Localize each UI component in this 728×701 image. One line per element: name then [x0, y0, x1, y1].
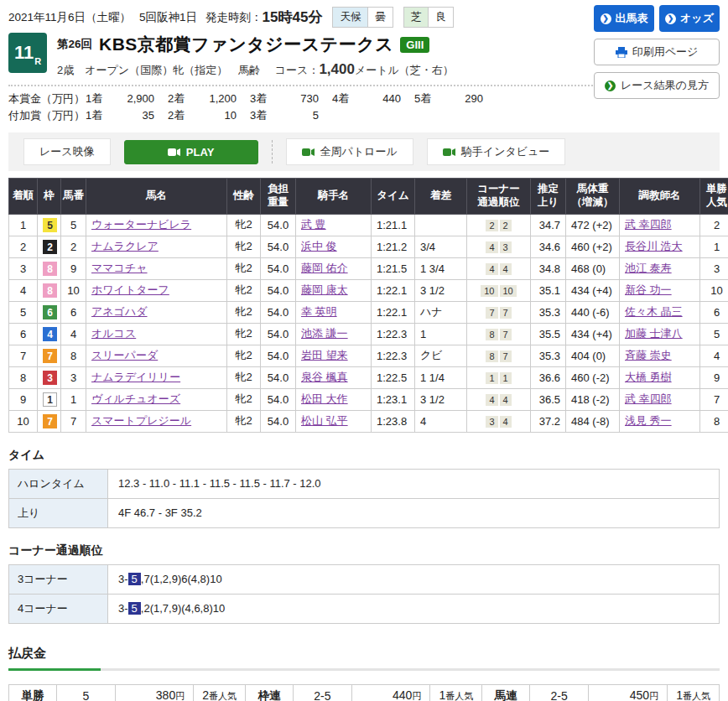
results-guide-button[interactable]: ❯ レース結果の見方: [594, 72, 720, 99]
jockey-name-link[interactable]: 松田 大作: [301, 392, 348, 405]
last-3f: 34.8: [531, 257, 566, 279]
horse-name-link[interactable]: スマートプレジール: [91, 414, 191, 427]
trainer-name-link[interactable]: 浅見 秀一: [625, 414, 672, 427]
horse-name-link[interactable]: ホワイトターフ: [91, 283, 169, 296]
entries-button[interactable]: ❯ 出馬表: [594, 5, 654, 32]
race-video-tab[interactable]: レース映像: [23, 138, 111, 165]
trainer-name-link[interactable]: 大橋 勇樹: [625, 371, 672, 383]
results-column-header: 単勝 人気: [700, 179, 728, 214]
payout-row: 単勝5380円2番人気枠連2-5440円1番人気馬連2-5450円1番人気: [9, 684, 720, 701]
prize-amount: 730: [275, 91, 319, 107]
corner-positions-cell: 43: [467, 236, 531, 257]
jockey-name-link[interactable]: 岩田 望来: [301, 349, 348, 361]
jockey-name-link[interactable]: 松山 弘平: [301, 414, 348, 427]
results-column-header: コーナー 通過順位: [467, 179, 531, 214]
corner-row: 4コーナー3-5,2(1,7,9)(4,6,8)10: [9, 594, 720, 623]
win-favorite-rank: 2: [700, 214, 728, 236]
patrol-video-label: 全周パトロール: [320, 144, 398, 159]
trainer-name-link[interactable]: 新谷 功一: [625, 283, 672, 296]
horse-name-link[interactable]: ウォーターナビレラ: [91, 218, 191, 231]
corner-position: 4: [486, 263, 497, 275]
finish-position: 2: [9, 236, 38, 257]
prize-row-label: 付加賞（万円）: [8, 107, 86, 124]
win-favorite-rank: 3: [700, 257, 728, 279]
last-3f: 34.7: [531, 214, 566, 236]
table-row: 389ママコチャ牝254.0藤岡 佑介1:21.51 3/44434.8468 …: [9, 257, 728, 279]
trainer-name-link[interactable]: 池江 泰寿: [625, 262, 672, 274]
results-column-header: 馬番: [61, 179, 86, 214]
margin: 3 1/2: [415, 388, 467, 410]
table-row: 155ウォーターナビレラ牝254.0武 豊1:21.12234.7472 (+2…: [9, 214, 728, 236]
jockey-name-link[interactable]: 幸 英明: [301, 305, 337, 318]
entries-button-label: 出馬表: [616, 11, 648, 26]
body-weight: 418 (-2): [566, 388, 620, 410]
horse-name-link[interactable]: ママコチャ: [91, 262, 148, 274]
jockey-cell: 松山 弘平: [296, 410, 372, 432]
horse-number: 9: [61, 257, 86, 279]
margin: 1: [415, 323, 467, 345]
print-page-button[interactable]: 印刷用ページ: [594, 39, 720, 65]
waku-cell: 7: [38, 410, 61, 432]
finish-time: 1:21.1: [372, 214, 415, 236]
jockey-name-link[interactable]: 藤岡 康太: [301, 283, 348, 296]
patrol-video-button[interactable]: 全周パトロール: [286, 138, 413, 165]
jockey-name-link[interactable]: 泉谷 楓真: [301, 371, 348, 383]
horse-name-link[interactable]: ナムラクレア: [91, 240, 159, 252]
time-row: ハロンタイム12.3 - 11.0 - 11.1 - 11.5 - 11.5 -…: [9, 469, 720, 498]
trainer-name-link[interactable]: 加藤 士津八: [625, 327, 683, 340]
time-table: ハロンタイム12.3 - 11.0 - 11.1 - 11.5 - 11.5 -…: [8, 469, 720, 528]
trainer-name-link[interactable]: 武 幸四郎: [625, 392, 672, 405]
results-column-header: 馬名: [86, 179, 227, 214]
finish-position: 3: [9, 257, 38, 279]
horse-number: 10: [61, 279, 86, 301]
printer-icon: [616, 47, 627, 58]
payout-amount: 380円: [115, 684, 193, 701]
horse-number: 4: [61, 323, 86, 345]
carried-weight: 54.0: [261, 323, 296, 345]
horse-name-link[interactable]: スリーパーダ: [91, 349, 158, 361]
jockey-interview-button[interactable]: 騎手インタビュー: [427, 138, 566, 165]
trainer-name-link[interactable]: 長谷川 浩大: [625, 240, 683, 252]
play-button-label: PLAY: [186, 146, 214, 158]
corner-positions-cell: 22: [467, 214, 531, 236]
finish-time: 1:21.5: [372, 257, 415, 279]
jockey-name-link[interactable]: 池添 謙一: [301, 327, 348, 340]
corner-position: 4: [486, 394, 497, 406]
results-column-header: 馬体重 （増減）: [566, 179, 620, 214]
jockey-interview-label: 騎手インタビュー: [461, 144, 550, 159]
last-3f: 36.6: [531, 366, 566, 388]
trainer-name-link[interactable]: 武 幸四郎: [625, 218, 672, 231]
jockey-name-link[interactable]: 藤岡 佑介: [301, 262, 348, 274]
corner-position: 3: [500, 241, 512, 253]
results-column-header: タイム: [372, 179, 415, 214]
payout-amount-value: 380: [156, 688, 175, 701]
jockey-name-link[interactable]: 武 豊: [301, 218, 326, 231]
finish-position: 10: [9, 410, 38, 432]
horse-number: 3: [61, 366, 86, 388]
trainer-name-link[interactable]: 佐々木 晶三: [625, 305, 683, 318]
bet-type-label: 枠連: [245, 684, 293, 701]
horse-name-link[interactable]: ナムラデイリリー: [91, 371, 180, 383]
horse-name-cell: アネゴハダ: [86, 301, 227, 323]
popularity-value: 1: [439, 688, 445, 701]
margin: ハナ: [415, 301, 467, 323]
horse-name-link[interactable]: オルコス: [91, 327, 136, 340]
play-button[interactable]: PLAY: [124, 140, 258, 164]
waku-badge: 7: [43, 414, 57, 428]
horse-name-link[interactable]: ヴィルチュオーズ: [91, 392, 180, 405]
weather-value: 曇: [367, 8, 393, 27]
horse-name-link[interactable]: アネゴハダ: [91, 305, 148, 318]
trainer-cell: 大橋 勇樹: [620, 366, 700, 388]
video-strip: レース映像 PLAY 全周パトロール 騎手インタビュー: [8, 132, 720, 171]
payout-popularity: 1番人気: [430, 684, 482, 701]
odds-button[interactable]: ❯ オッズ: [659, 5, 720, 32]
finish-position: 7: [9, 345, 38, 366]
jockey-name-link[interactable]: 浜中 俊: [301, 240, 337, 252]
jockey-cell: 藤岡 佑介: [296, 257, 372, 279]
meeting-info: 5回阪神1日: [139, 10, 197, 25]
trainer-name-link[interactable]: 斉藤 崇史: [625, 349, 672, 361]
race-number-badge: 11R: [8, 33, 47, 73]
corner-position: 7: [500, 307, 512, 319]
finish-time: 1:22.1: [372, 301, 415, 323]
horse-name-cell: ママコチャ: [86, 257, 227, 279]
